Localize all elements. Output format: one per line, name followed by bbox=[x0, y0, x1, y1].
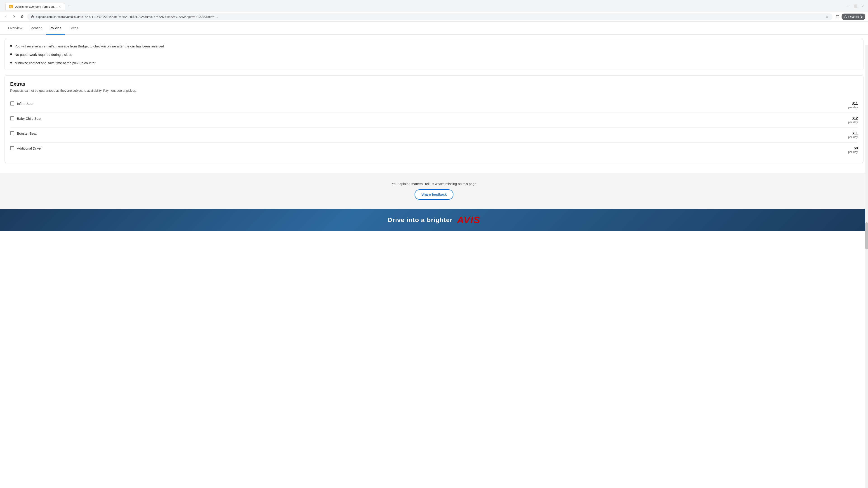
extra-item-booster-seat: Booster Seat $11 per day bbox=[10, 128, 858, 142]
feedback-text: Your opinion matters. Tell us what's mis… bbox=[4, 182, 864, 186]
tab-overview[interactable]: Overview bbox=[4, 22, 26, 35]
tab-close-button[interactable]: ✕ bbox=[59, 5, 61, 8]
tab-favicon: E bbox=[9, 5, 13, 8]
extra-item-infant-seat: Infant Seat $11 per day bbox=[10, 98, 858, 113]
extras-title: Extras bbox=[10, 81, 858, 87]
feedback-section: Your opinion matters. Tell us what's mis… bbox=[0, 173, 868, 209]
booster-seat-label: Booster Seat bbox=[17, 131, 37, 135]
bullet-dot bbox=[10, 45, 12, 47]
baby-child-seat-unit: per day bbox=[848, 121, 858, 124]
tab-title: Details for Economy from Bud… bbox=[15, 5, 57, 8]
page-navigation: Overview Location Policies Extras bbox=[0, 22, 868, 35]
back-button[interactable] bbox=[3, 13, 9, 20]
infant-seat-unit: per day bbox=[848, 105, 858, 109]
policy-box: You will receive an email/a message from… bbox=[4, 39, 864, 70]
extra-item-additional-driver: Additional Driver $8 per day bbox=[10, 142, 858, 157]
share-feedback-button[interactable]: Share feedback bbox=[414, 189, 454, 200]
new-tab-button[interactable]: + bbox=[65, 2, 73, 10]
minimize-button[interactable]: ─ bbox=[845, 3, 851, 9]
policy-item-2: No paper-work required during pick-up bbox=[10, 52, 858, 57]
scrollbar-thumb[interactable] bbox=[865, 222, 868, 250]
policy-list: You will receive an email/a message from… bbox=[10, 44, 858, 65]
extras-box: Extras Requests cannot be guaranteed as … bbox=[4, 75, 864, 163]
browser-extras: Incognito (2) bbox=[834, 13, 865, 20]
additional-driver-label: Additional Driver bbox=[17, 147, 42, 150]
refresh-button[interactable] bbox=[19, 13, 25, 20]
url-bar[interactable]: expedia.com/carsearch/details?date1=2%2F… bbox=[27, 13, 833, 20]
infant-seat-label: Infant Seat bbox=[17, 102, 33, 105]
baby-child-seat-label: Baby Child Seat bbox=[17, 117, 41, 121]
bullet-dot bbox=[10, 62, 12, 64]
tab-location[interactable]: Location bbox=[26, 22, 46, 35]
url-text: expedia.com/carsearch/details?date1=2%2F… bbox=[36, 15, 824, 19]
additional-driver-checkbox[interactable] bbox=[10, 146, 14, 150]
booster-seat-unit: per day bbox=[848, 135, 858, 139]
booster-seat-price: $11 bbox=[848, 131, 858, 135]
extras-subtitle: Requests cannot be guaranteed as they ar… bbox=[10, 89, 858, 92]
close-window-button[interactable]: ✕ bbox=[860, 3, 865, 9]
ad-banner-logo: AVIS bbox=[457, 215, 480, 225]
additional-driver-price: $8 bbox=[848, 146, 858, 150]
ad-banner: Drive into a brighter AVIS bbox=[0, 209, 868, 231]
booster-seat-checkbox[interactable] bbox=[10, 131, 14, 135]
additional-driver-unit: per day bbox=[848, 150, 858, 154]
lock-icon bbox=[31, 15, 34, 18]
infant-seat-checkbox[interactable] bbox=[10, 101, 14, 105]
active-tab[interactable]: E Details for Economy from Bud… ✕ bbox=[5, 3, 65, 10]
tab-policies[interactable]: Policies bbox=[46, 22, 65, 35]
policy-item-1: You will receive an email/a message from… bbox=[10, 44, 858, 48]
extra-item-baby-child-seat: Baby Child Seat $12 per day bbox=[10, 113, 858, 128]
incognito-badge: Incognito (2) bbox=[842, 13, 865, 20]
main-content: You will receive an email/a message from… bbox=[0, 35, 868, 173]
svg-rect-1 bbox=[836, 15, 839, 18]
restore-button[interactable]: ⬜ bbox=[852, 3, 858, 9]
svg-rect-0 bbox=[31, 17, 34, 18]
scrollbar-track bbox=[865, 45, 868, 488]
sidebar-toggle-button[interactable] bbox=[834, 13, 841, 20]
infant-seat-price: $11 bbox=[848, 101, 858, 105]
svg-point-3 bbox=[845, 15, 846, 17]
bookmark-icon[interactable]: ☆ bbox=[826, 15, 829, 19]
policy-item-3: Minimize contact and save time at the pi… bbox=[10, 61, 858, 65]
baby-child-seat-checkbox[interactable] bbox=[10, 116, 14, 121]
bullet-dot bbox=[10, 53, 12, 55]
forward-button[interactable] bbox=[11, 13, 17, 20]
incognito-icon bbox=[844, 15, 847, 18]
ad-banner-text: Drive into a brighter bbox=[388, 217, 453, 224]
baby-child-seat-price: $12 bbox=[848, 116, 858, 121]
tab-extras[interactable]: Extras bbox=[65, 22, 82, 35]
